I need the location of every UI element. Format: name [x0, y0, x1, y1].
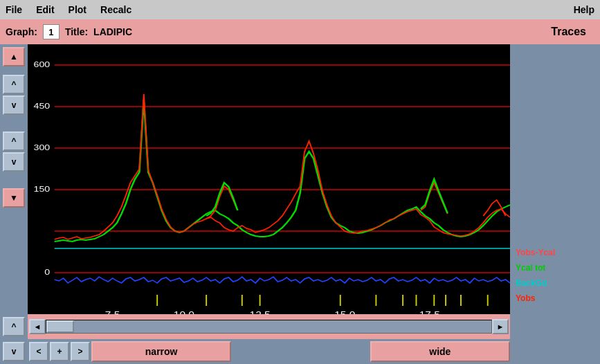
caret-down3-button[interactable]: v	[3, 342, 25, 361]
menu-bar: File Edit Plot Recalc Help	[0, 0, 600, 19]
left-nav-button[interactable]: <	[29, 342, 48, 361]
svg-text:600: 600	[34, 60, 51, 69]
svg-text:0: 0	[44, 268, 50, 276]
menu-help[interactable]: Help	[574, 4, 594, 15]
narrow-button[interactable]: narrow	[91, 341, 231, 362]
bottom-row2: v < + > narrow wide	[0, 339, 600, 364]
caret-up3-button[interactable]: ^	[3, 317, 25, 336]
wide-button[interactable]: wide	[370, 341, 510, 362]
plus-nav-button[interactable]: +	[50, 342, 69, 361]
down-arrow-button[interactable]: ▼	[3, 188, 25, 208]
up-arrow-button[interactable]: ▲	[3, 47, 25, 66]
legend-yobs-ycal: Yobs-Ycal	[513, 246, 597, 259]
bottom-left-controls: ^	[0, 316, 28, 338]
svg-text:12.5: 12.5	[250, 310, 271, 314]
title-label: Title:	[65, 26, 88, 37]
svg-rect-0	[28, 44, 510, 314]
svg-text:300: 300	[34, 143, 51, 152]
legend-yobs: Yobs	[513, 292, 597, 304]
caret-up-button[interactable]: ^	[3, 75, 25, 94]
caret-up2-button[interactable]: ^	[3, 131, 25, 151]
svg-text:150: 150	[34, 185, 51, 193]
bottom-row1: ^ ◄ ►	[0, 314, 600, 339]
right-nav-button[interactable]: >	[71, 342, 90, 361]
bottom-nav: < + >	[28, 342, 91, 361]
main-area: ▲ ^ v ^ v ▼ 600 450 300 150 0	[0, 44, 600, 314]
graph-label: Graph:	[6, 26, 37, 37]
caret-down-button[interactable]: v	[3, 95, 25, 115]
svg-text:450: 450	[34, 102, 51, 110]
scrollbar-area: ◄ ►	[28, 314, 510, 339]
legend-backgd: BackGd	[513, 277, 597, 289]
right-panel: Yobs-Ycal Ycal tot BackGd Yobs	[510, 44, 600, 314]
scroll-right-button[interactable]: ►	[492, 319, 509, 334]
menu-edit[interactable]: Edit	[36, 4, 54, 15]
header-bar: Graph: 1 Title: LADIPIC Traces	[0, 19, 600, 44]
chart-container: 600 450 300 150 0	[28, 44, 510, 314]
bottom-area: ^ ◄ ► v < + > narrow wide	[0, 314, 600, 364]
svg-text:17.5: 17.5	[419, 310, 440, 314]
chart-svg: 600 450 300 150 0	[28, 44, 510, 314]
title-value: LADIPIC	[93, 26, 132, 37]
legend-ycal-tot: Ycal tot	[513, 262, 597, 274]
scrollbar-track[interactable]	[46, 320, 492, 334]
menu-recalc[interactable]: Recalc	[100, 4, 131, 15]
svg-text:15.0: 15.0	[334, 310, 355, 314]
left-buttons: ▲ ^ v ^ v ▼	[0, 44, 28, 314]
scrollbar-thumb[interactable]	[46, 320, 74, 333]
caret-down2-button[interactable]: v	[3, 152, 25, 172]
traces-button[interactable]: Traces	[543, 23, 594, 41]
menu-file[interactable]: File	[6, 4, 22, 15]
svg-text:7.5: 7.5	[105, 310, 120, 314]
graph-number[interactable]: 1	[43, 24, 60, 39]
svg-text:10.0: 10.0	[174, 310, 194, 314]
scroll-left-button[interactable]: ◄	[29, 319, 46, 334]
menu-plot[interactable]: Plot	[69, 4, 87, 15]
